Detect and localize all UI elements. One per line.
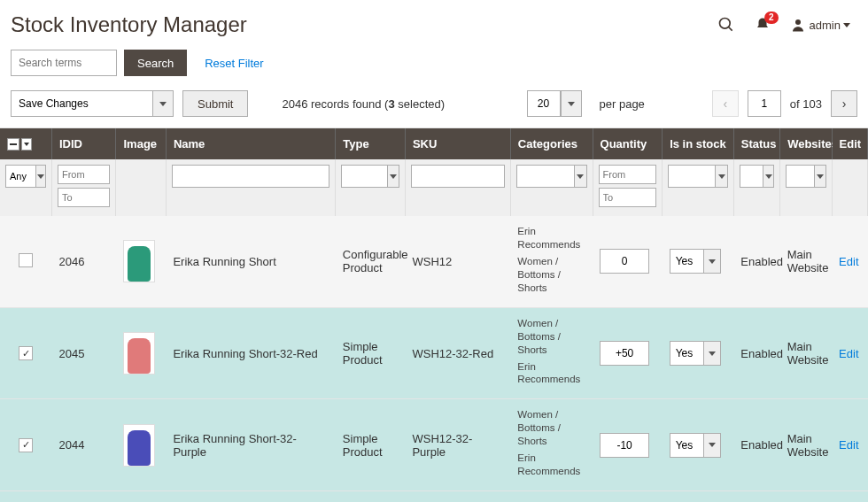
cell-type: Configurable Product <box>336 216 406 307</box>
cell-websites: Main Website <box>780 307 832 399</box>
header-actions: 2 admin <box>717 16 850 34</box>
stock-filter-dropdown[interactable] <box>715 165 728 188</box>
stock-select[interactable] <box>670 341 727 366</box>
quantity-input[interactable] <box>600 341 649 366</box>
select-all-dropdown[interactable] <box>21 138 32 151</box>
cell-name: Erika Running Short <box>166 216 335 307</box>
stock-input[interactable] <box>670 249 703 274</box>
stock-input[interactable] <box>670 433 703 458</box>
name-filter-input[interactable] <box>172 165 329 188</box>
pager: ‹ of 103 › <box>712 90 857 117</box>
quantity-input[interactable] <box>600 433 649 458</box>
col-sku[interactable]: SKU <box>405 128 510 159</box>
row-checkbox[interactable] <box>19 253 33 267</box>
stock-input[interactable] <box>670 341 703 366</box>
prev-page-button[interactable]: ‹ <box>712 90 739 117</box>
websites-filter-select[interactable] <box>786 165 825 188</box>
table-row[interactable]: 2046 Erika Running Short Configurable Pr… <box>0 216 868 307</box>
id-from-input[interactable] <box>58 165 111 184</box>
categories-filter-select[interactable] <box>516 165 587 188</box>
search-button[interactable]: Search <box>124 50 187 76</box>
caret-down-icon <box>843 23 850 27</box>
massaction-dropdown[interactable] <box>35 165 46 188</box>
status-filter-input[interactable] <box>740 165 763 188</box>
save-changes-dropdown[interactable] <box>152 90 174 117</box>
per-page-dropdown[interactable] <box>561 90 582 117</box>
table-row[interactable]: 2044 Erika Running Short-32-Purple Simpl… <box>0 399 868 491</box>
records-selected-count: 3 <box>388 97 394 111</box>
qty-from-input[interactable] <box>599 165 657 184</box>
submit-button[interactable]: Submit <box>182 90 248 117</box>
type-filter-select[interactable] <box>341 165 399 188</box>
stock-filter-input[interactable] <box>668 165 715 188</box>
reset-filter-link[interactable]: Reset Filter <box>205 57 263 70</box>
category-tag: Women / Bottoms / Shorts <box>517 255 585 295</box>
search-toolbar: Search Reset Filter <box>0 44 868 85</box>
categories-filter-dropdown[interactable] <box>574 165 587 188</box>
notifications-icon[interactable]: 2 <box>755 17 771 33</box>
per-page-select[interactable] <box>527 90 582 117</box>
cell-type: Simple Product <box>336 491 406 502</box>
filter-id <box>51 159 116 216</box>
save-changes-select[interactable] <box>11 90 174 117</box>
page-input[interactable] <box>748 90 781 117</box>
col-id[interactable]: IDID <box>51 128 116 159</box>
cell-sku: WSH12-32-Red <box>405 307 510 399</box>
table-row[interactable]: 2043 Erika Running Short-32-Green Simple… <box>0 491 868 502</box>
edit-link[interactable]: Edit <box>839 438 858 452</box>
col-websites[interactable]: Websites <box>780 128 832 159</box>
page-title: Stock Inventory Manager <box>11 12 247 37</box>
action-toolbar: Submit 2046 records found (3 selected) p… <box>0 85 868 128</box>
save-changes-input[interactable] <box>11 90 152 117</box>
type-filter-dropdown[interactable] <box>387 165 399 188</box>
col-type[interactable]: Type <box>336 128 406 159</box>
websites-filter-input[interactable] <box>786 165 814 188</box>
row-checkbox[interactable] <box>19 346 33 360</box>
search-input[interactable] <box>11 50 117 76</box>
col-categories[interactable]: Categories <box>510 128 593 159</box>
stock-dropdown[interactable] <box>703 433 721 458</box>
websites-filter-dropdown[interactable] <box>814 165 825 188</box>
row-checkbox[interactable] <box>19 438 33 452</box>
filter-categories <box>510 159 593 216</box>
status-filter-dropdown[interactable] <box>763 165 774 188</box>
cell-name: Erika Running Short-32-Green <box>166 491 335 502</box>
edit-link[interactable]: Edit <box>839 347 858 360</box>
stock-filter-select[interactable] <box>668 165 728 188</box>
filter-edit <box>832 159 867 216</box>
col-name[interactable]: Name <box>166 128 335 159</box>
stock-select[interactable] <box>670 433 727 458</box>
col-quantity[interactable]: Quantity <box>593 128 663 159</box>
cell-websites: Main Website <box>780 399 832 491</box>
cell-status: Enabled <box>733 216 779 307</box>
stock-select[interactable] <box>670 249 727 274</box>
caret-down-icon <box>709 259 716 264</box>
cell-status: Enabled <box>733 307 779 399</box>
qty-to-input[interactable] <box>599 188 657 207</box>
categories-filter-input[interactable] <box>516 165 574 188</box>
cell-categories: Women / Bottoms / ShortsErin Recommends <box>510 399 593 491</box>
massaction-select[interactable] <box>5 165 46 188</box>
type-filter-input[interactable] <box>341 165 386 188</box>
status-filter-select[interactable] <box>740 165 774 188</box>
select-all-checkbox[interactable] <box>7 138 19 151</box>
edit-link[interactable]: Edit <box>839 255 858 268</box>
table-row[interactable]: 2045 Erika Running Short-32-Red Simple P… <box>0 307 868 399</box>
cell-image <box>116 216 166 307</box>
per-page-input[interactable] <box>527 90 561 117</box>
next-page-button[interactable]: › <box>831 90 857 117</box>
col-checkbox[interactable] <box>0 128 51 159</box>
stock-dropdown[interactable] <box>703 249 721 274</box>
user-menu[interactable]: admin <box>790 17 850 33</box>
search-icon[interactable] <box>717 16 735 34</box>
massaction-input[interactable] <box>5 165 35 188</box>
quantity-input[interactable] <box>600 249 649 274</box>
col-status[interactable]: Status <box>733 128 779 159</box>
cell-image <box>116 491 166 502</box>
sku-filter-input[interactable] <box>411 165 505 188</box>
col-in-stock[interactable]: Is in stock <box>663 128 734 159</box>
caret-down-icon <box>709 443 716 447</box>
stock-dropdown[interactable] <box>703 341 721 366</box>
cell-categories: Women / Bottoms / ShortsErin Recommends <box>510 307 593 399</box>
id-to-input[interactable] <box>58 188 111 207</box>
